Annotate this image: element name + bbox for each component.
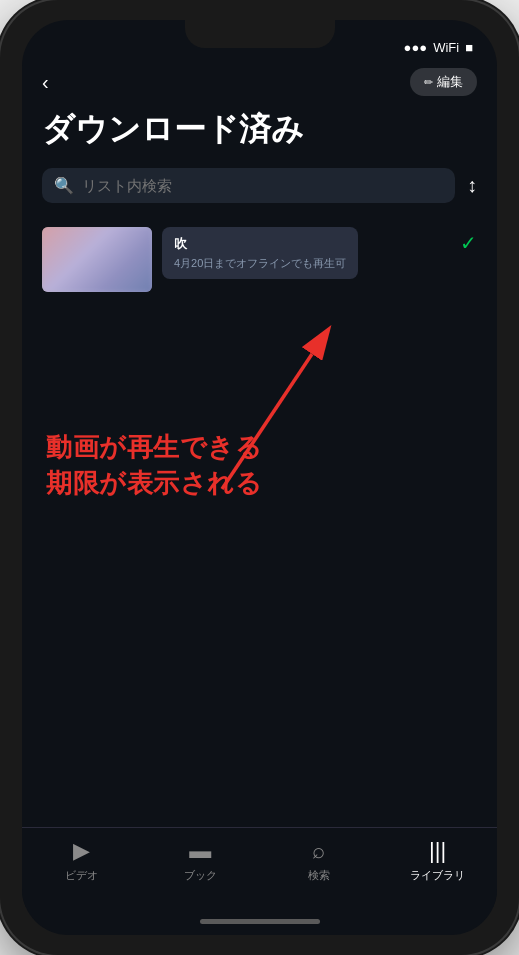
library-tab-icon: ||| xyxy=(429,838,446,864)
pencil-icon: ✏ xyxy=(424,76,433,89)
book-tab-label: ブック xyxy=(184,868,217,883)
battery-icon: ■ xyxy=(465,40,473,55)
video-list-item[interactable]: 吹 4月20日までオフラインでも再生可 ✓ xyxy=(22,219,497,300)
search-row: 🔍 ↕ xyxy=(22,168,497,203)
search-input[interactable] xyxy=(82,177,443,194)
search-tab-icon: ⌕ xyxy=(312,838,325,864)
page-title: ダウンロード済み xyxy=(22,104,497,168)
home-indicator xyxy=(22,907,497,935)
sort-button[interactable]: ↕ xyxy=(467,174,477,197)
tab-video[interactable]: ▶ ビデオ xyxy=(51,838,111,883)
nav-bar: ‹ ✏ 編集 xyxy=(22,64,497,104)
notch xyxy=(185,20,335,48)
annotation-line1: 動画が再生できる xyxy=(46,429,262,465)
thumbnail-image xyxy=(42,227,152,292)
tab-library[interactable]: ||| ライブラリ xyxy=(408,838,468,883)
annotation-text: 動画が再生できる 期限が表示される xyxy=(46,429,262,502)
tooltip-subtitle: 4月20日までオフラインでも再生可 xyxy=(174,256,346,271)
download-check-icon: ✓ xyxy=(460,231,477,255)
tab-bar: ▶ ビデオ ▬ ブック ⌕ 検索 ||| ライブラリ xyxy=(22,827,497,907)
video-thumbnail xyxy=(42,227,152,292)
status-icons: ●●● WiFi ■ xyxy=(404,40,473,55)
phone-frame: ●●● WiFi ■ ‹ ✏ 編集 ダウンロード済み 🔍 ↕ xyxy=(0,0,519,955)
wifi-icon: WiFi xyxy=(433,40,459,55)
search-icon: 🔍 xyxy=(54,176,74,195)
tab-book[interactable]: ▬ ブック xyxy=(170,838,230,883)
arrow-svg xyxy=(22,299,497,499)
search-tab-label: 検索 xyxy=(308,868,330,883)
tooltip-title: 吹 xyxy=(174,235,346,253)
library-tab-label: ライブラリ xyxy=(410,868,465,883)
edit-button[interactable]: ✏ 編集 xyxy=(410,68,477,96)
book-tab-icon: ▬ xyxy=(189,838,211,864)
phone-screen: ●●● WiFi ■ ‹ ✏ 編集 ダウンロード済み 🔍 ↕ xyxy=(22,20,497,935)
search-bar[interactable]: 🔍 xyxy=(42,168,455,203)
home-bar xyxy=(200,919,320,924)
video-tab-label: ビデオ xyxy=(65,868,98,883)
back-button[interactable]: ‹ xyxy=(42,71,49,94)
edit-label: 編集 xyxy=(437,73,463,91)
tab-search[interactable]: ⌕ 検索 xyxy=(289,838,349,883)
tooltip-popup: 吹 4月20日までオフラインでも再生可 xyxy=(162,227,358,279)
content-area: 吹 4月20日までオフラインでも再生可 ✓ xyxy=(22,219,497,827)
video-tab-icon: ▶ xyxy=(73,838,90,864)
annotation-line2: 期限が表示される xyxy=(46,465,262,501)
signal-icon: ●●● xyxy=(404,40,428,55)
